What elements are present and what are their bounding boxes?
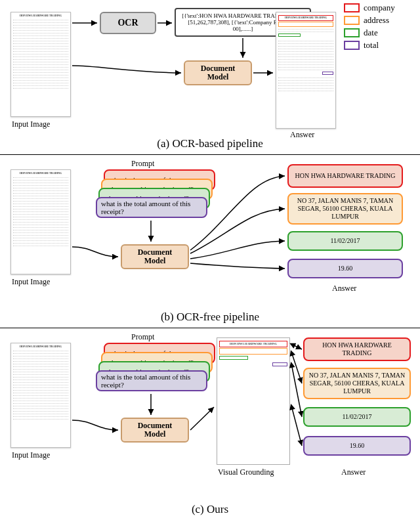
legend-item-total: total [344,40,407,51]
visual-grounding-label: Visual Grounding [218,467,274,477]
svg-line-9 [291,364,302,417]
legend-item-date: date [344,28,407,38]
caption-b: (b) OCR-free pipeline [161,311,259,324]
visual-grounding-image: HON HWA HARDWARE TRADING [217,337,290,465]
caption-a: (a) OCR-based pipeline [157,137,262,150]
svg-line-10 [291,406,302,446]
answer-label-a: Answer [290,130,314,140]
legend-box-company [344,3,360,12]
document-model-b: Document Model [121,244,189,269]
legend-item-company: company [344,3,407,13]
document-model: Document Model [184,60,252,85]
answer-address-b: NO 37, JALAN MANIS 7, TAMAN SEGAR, 56100… [287,193,403,225]
answer-date-c: 11/02/2017 [303,407,411,427]
input-image-label-c: Input Image [12,450,50,460]
answer-company-c: HON HWA HARDWARE TRADING [303,337,411,361]
answer-label-b: Answer [332,284,356,293]
receipt-title: HON HWA HARDWARE TRADING [13,14,68,17]
panel-ocr-based: HON HWA HARDWARE TRADING Input Image OCR… [0,0,420,155]
prompt-total-c: what is the total amount of this receipt… [96,370,207,391]
svg-line-7 [291,344,302,349]
legend-item-address: address [344,15,407,26]
document-model-c: Document Model [121,418,189,443]
input-image-b: HON HWA HARDWARE TRADING [10,169,71,274]
svg-line-6 [190,407,214,430]
answer-total-c: 19.60 [303,436,411,456]
prompt-stack-c: what is the name of the where was this r… [96,343,214,394]
panel-ours: HON HWA HARDWARE TRADING Input Image Pro… [0,328,420,520]
legend-box-date [344,28,360,37]
prompt-label-b: Prompt [131,159,154,169]
legend-box-address [344,16,360,25]
prompt-total: what is the total amount of this receipt… [96,197,207,218]
prompt-stack-b: what is the name of the where was this r… [96,169,214,221]
prompt-label-c: Prompt [131,332,154,342]
answer-address-c: NO 37, JALAN MANIS 7, TAMAN SEGAR, 56100… [303,368,411,399]
caption-c: (c) Ours [192,503,228,516]
input-image-label: Input Image [12,119,50,129]
answer-date-b: 11/02/2017 [287,231,403,251]
input-image: HON HWA HARDWARE TRADING [10,12,71,117]
input-image-c: HON HWA HARDWARE TRADING [10,343,71,448]
legend-box-total [344,41,360,50]
panel-ocr-free: HON HWA HARDWARE TRADING Input Image Pro… [0,155,420,328]
answer-image: HON HWA HARDWARE TRADING [276,12,336,129]
ocr-module: OCR [100,12,156,34]
answer-label-c: Answer [341,467,366,477]
answer-company-b: HON HWA HARDWARE TRADING [287,164,403,188]
answer-total-b: 19.60 [287,259,403,278]
svg-line-8 [291,352,302,383]
legend: company address date total [344,3,407,53]
input-image-label-b: Input Image [12,277,50,287]
